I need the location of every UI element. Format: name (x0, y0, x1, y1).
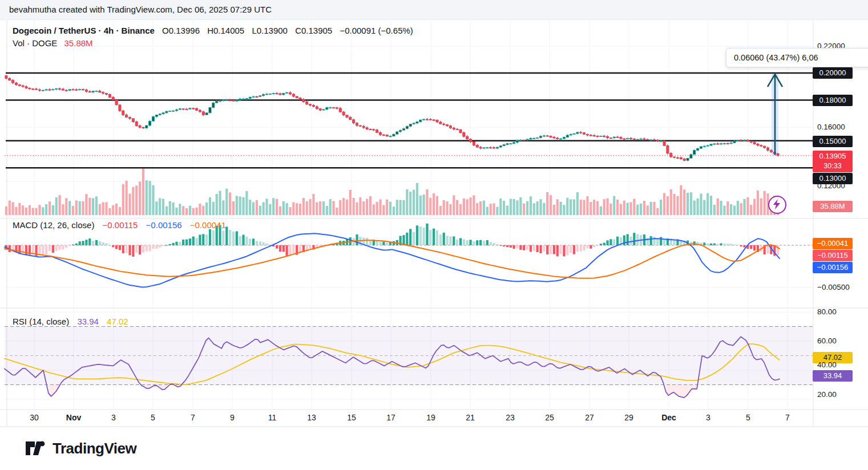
volume-label[interactable]: Vol · DOGE (13, 38, 57, 48)
level-badge-018: 0.18000 (813, 95, 853, 106)
time-tick-label: 17 (386, 413, 395, 422)
rsi-title[interactable]: RSI (14, close) (13, 317, 69, 326)
ohlc-change: −0.00091 (−0.65%) (340, 26, 413, 35)
time-tick-label: 7 (785, 413, 790, 422)
macd-hist-value: −0.00115 (103, 220, 138, 230)
macd-line-badge: −0.00156 (813, 262, 853, 273)
volume-badge: 35.88M (813, 201, 853, 212)
current-price-badge: 0.13905 30:33 (813, 151, 853, 172)
time-tick-label: 11 (268, 413, 277, 422)
macd-label-minus0005[interactable]: −0.00500 (817, 283, 850, 291)
boost-button[interactable] (768, 196, 786, 214)
volume-value: 35.88M (64, 38, 93, 48)
time-tick-label: 15 (347, 413, 356, 422)
time-tick-label: 13 (307, 413, 316, 422)
time-axis[interactable]: 30Nov357911131517192123252729Dec357 (30, 413, 790, 422)
ohlc-high: H0.14005 (207, 26, 244, 35)
ohlc-close: C0.13905 (295, 26, 332, 35)
tradingview-logo[interactable]: TradingView (25, 438, 136, 459)
candles[interactable] (5, 75, 779, 161)
time-tick-label: 30 (30, 413, 39, 422)
time-tick-label: 5 (746, 413, 750, 422)
rsi-ma-value: 47.02 (107, 317, 128, 326)
time-tick-label: 5 (151, 413, 155, 422)
rsi-label-40[interactable]: 40.00 (817, 360, 837, 369)
macd-hist-badge: −0.00115 (813, 250, 853, 261)
macd-line-value: −0.00156 (146, 220, 182, 230)
current-price-value: 0.13905 (813, 151, 853, 161)
bar-countdown: 30:33 (813, 161, 853, 171)
time-tick-label: 27 (585, 413, 594, 422)
rsi-pane[interactable] (5, 327, 813, 398)
tradingview-snapshot: { "attribution": "bevahmutha created wit… (0, 0, 868, 470)
ohlc-low: L0.13900 (252, 26, 288, 35)
chart-canvas[interactable]: 30Nov357911131517192123252729Dec357 (0, 0, 868, 470)
level-lines[interactable] (6, 73, 813, 168)
time-tick-label: 7 (191, 413, 195, 422)
volume-bars (5, 168, 779, 215)
time-tick-label: 21 (466, 413, 475, 422)
rsi-label-20[interactable]: 20.00 (817, 390, 837, 399)
macd-signal-badge: −0.00041 (813, 238, 853, 249)
rsi-legend-row: RSI (14, close) 33.94 47.02 (13, 317, 134, 326)
price-label-016[interactable]: 0.16000 (817, 123, 845, 131)
lightning-icon (772, 198, 782, 210)
macd-legend-row: MACD (12, 26, close) −0.00115 −0.00156 −… (13, 220, 232, 230)
level-badge-020: 0.20000 (813, 67, 853, 79)
tradingview-logo-icon (25, 440, 47, 457)
measure-tooltip: 0.06060 (43.47%) 6,06 (726, 48, 868, 67)
volume-legend-row: Vol · DOGE 35.88M (13, 38, 93, 48)
symbol-title[interactable]: Dogecoin / TetherUS · 4h · Binance (13, 26, 155, 35)
time-tick-label: 29 (624, 413, 633, 422)
macd-pane[interactable] (5, 224, 813, 287)
time-tick-label: 25 (545, 413, 554, 422)
symbol-legend-row: Dogecoin / TetherUS · 4h · Binance O0.13… (13, 26, 418, 35)
time-tick-label: 3 (111, 413, 116, 422)
time-tick-label: Nov (66, 413, 82, 422)
rsi-label-80[interactable]: 80.00 (817, 307, 837, 316)
ohlc-open: O0.13996 (162, 26, 200, 35)
macd-signal-value: −0.00041 (190, 220, 226, 230)
level-badge-013: 0.13000 (813, 173, 853, 184)
level-badge-015: 0.15000 (813, 136, 853, 147)
rsi-value: 33.94 (77, 317, 99, 326)
time-tick-label: Dec (661, 413, 676, 422)
time-tick-label: 19 (426, 413, 435, 422)
time-tick-label: 3 (706, 413, 710, 422)
time-tick-label: 23 (506, 413, 515, 422)
time-tick-label: 9 (230, 413, 235, 422)
macd-title[interactable]: MACD (12, 26, close) (13, 220, 94, 230)
tradingview-logo-text: TradingView (53, 440, 136, 457)
rsi-label-60[interactable]: 60.00 (817, 337, 837, 345)
measure-arrow[interactable] (768, 74, 782, 155)
rsi-badge: 33.94 (813, 370, 853, 382)
